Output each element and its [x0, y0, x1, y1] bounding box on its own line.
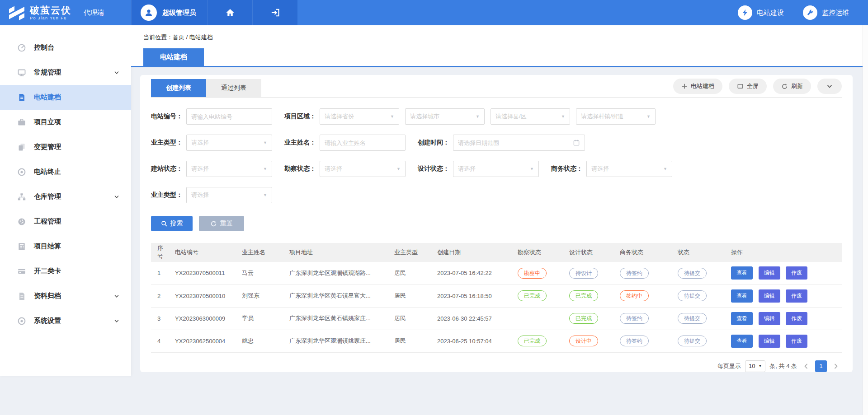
- plus-icon: [681, 83, 688, 89]
- void-button[interactable]: 作废: [786, 312, 807, 325]
- sidebar-item-data-archive[interactable]: 资料归档: [0, 284, 131, 308]
- edit-button[interactable]: 编辑: [759, 289, 780, 303]
- nav-monitor-ops[interactable]: 监控运维: [803, 0, 849, 25]
- view-button[interactable]: 查看: [731, 289, 753, 303]
- create-station-button[interactable]: 电站建档: [673, 79, 722, 94]
- date-range-input[interactable]: [458, 140, 573, 146]
- sidebar-item-system-settings[interactable]: 系统设置: [0, 308, 131, 333]
- void-button[interactable]: 作废: [786, 335, 807, 348]
- sidebar-item-change-mgmt[interactable]: 变更管理: [0, 135, 131, 159]
- user-menu[interactable]: 超级管理员: [131, 0, 207, 25]
- col-no: 序号: [151, 243, 171, 262]
- owner-type2-select[interactable]: 请选择 ▼: [186, 187, 272, 203]
- sidebar-item-project-settlement[interactable]: 项目结算: [0, 234, 131, 259]
- chevron-left-icon: [803, 363, 809, 369]
- sidebar: 控制台 常规管理 电站建档 项目立项: [0, 25, 131, 376]
- nav-monitor-ops-label: 监控运维: [822, 9, 849, 17]
- province-select[interactable]: 请选择省份 ▼: [320, 108, 399, 125]
- caret-down-icon: ▼: [646, 114, 651, 119]
- status-badge: 待签约: [620, 336, 649, 346]
- void-button[interactable]: 作废: [786, 289, 807, 303]
- town-select[interactable]: 请选择村镇/街道 ▼: [576, 108, 656, 125]
- owner-name-input[interactable]: [325, 140, 401, 146]
- view-button[interactable]: 查看: [731, 266, 753, 280]
- logout-button[interactable]: [252, 0, 297, 25]
- status-badge: 待签约: [620, 268, 649, 279]
- col-address: 项目地址: [286, 243, 391, 262]
- status-badge: 已完成: [569, 313, 598, 324]
- station-code-input[interactable]: [191, 113, 267, 120]
- next-page-button[interactable]: [831, 360, 841, 372]
- owner-type-select[interactable]: 请选择 ▼: [186, 135, 272, 151]
- edit-button[interactable]: 编辑: [759, 312, 780, 325]
- station-code-label: 电站编号：: [151, 112, 183, 121]
- wrench-icon: [803, 5, 817, 20]
- prev-page-button[interactable]: [801, 360, 811, 372]
- status-badge: 待提交: [678, 268, 707, 279]
- home-button[interactable]: [207, 0, 252, 25]
- per-page-label: 每页显示: [717, 362, 741, 370]
- station-table: 序号 电站编号 业主姓名 项目地址 业主类型 创建日期 勘察状态 设计状态 商务…: [151, 243, 842, 353]
- sidebar-item-station-archive[interactable]: 电站建档: [0, 85, 131, 110]
- page-tab-station-archive[interactable]: 电站建档: [143, 48, 204, 66]
- city-select[interactable]: 请选择城市 ▼: [405, 108, 485, 125]
- design-status-label: 设计状态：: [418, 165, 449, 173]
- collapse-toolbar-button[interactable]: [817, 79, 842, 94]
- filter-form: 电站编号： 项目区域： 请选择省份 ▼: [151, 98, 842, 231]
- status-badge: 待设计: [569, 268, 598, 279]
- refresh-button[interactable]: 刷新: [773, 79, 811, 94]
- sidebar-item-warehouse-mgmt[interactable]: 仓库管理: [0, 184, 131, 209]
- status-badge: 设计中: [569, 336, 598, 346]
- edit-button[interactable]: 编辑: [759, 266, 780, 280]
- edit-button[interactable]: 编辑: [759, 335, 780, 348]
- scrollbar[interactable]: [863, 25, 868, 415]
- caret-down-icon: ▼: [561, 114, 565, 119]
- chevron-down-icon: [114, 318, 119, 324]
- sidebar-item-project-initiation[interactable]: 项目立项: [0, 110, 131, 135]
- survey-status-select[interactable]: 请选择 ▼: [320, 161, 406, 177]
- sidebar-item-type2-card[interactable]: 开二类卡: [0, 259, 131, 284]
- caret-down-icon: ▼: [530, 167, 534, 171]
- calendar-icon: [573, 139, 580, 146]
- nav-station-build[interactable]: 电站建设: [738, 0, 784, 25]
- table-header-row: 序号 电站编号 业主姓名 项目地址 业主类型 创建日期 勘察状态 设计状态 商务…: [151, 243, 842, 262]
- void-button[interactable]: 作废: [786, 266, 807, 280]
- reset-button[interactable]: 重置: [199, 216, 244, 231]
- build-status-label: 建站状态：: [151, 165, 183, 173]
- col-type: 业主类型: [391, 243, 434, 262]
- caret-down-icon: ▼: [758, 364, 762, 368]
- view-button[interactable]: 查看: [731, 335, 753, 348]
- col-date: 创建日期: [434, 243, 514, 262]
- build-status-select[interactable]: 请选择 ▼: [186, 161, 272, 177]
- tab-passed-list[interactable]: 通过列表: [206, 79, 261, 97]
- home-icon: [226, 8, 235, 17]
- tab-create-list[interactable]: 创建列表: [151, 79, 206, 97]
- per-page-select[interactable]: 10 ▼: [745, 360, 765, 372]
- search-button[interactable]: 搜索: [151, 216, 193, 231]
- breadcrumb-home[interactable]: 首页: [173, 34, 184, 41]
- caret-down-icon: ▼: [263, 140, 267, 145]
- col-design: 设计状态: [566, 243, 616, 262]
- breadcrumb-separator: /: [184, 34, 189, 41]
- date-range-picker[interactable]: [453, 135, 585, 151]
- fullscreen-button[interactable]: 全屏: [729, 79, 767, 94]
- sidebar-item-engineering-mgmt[interactable]: 工程管理: [0, 209, 131, 234]
- page-number-button[interactable]: 1: [815, 360, 827, 372]
- business-status-select[interactable]: 请选择 ▼: [586, 161, 672, 177]
- col-owner: 业主姓名: [238, 243, 286, 262]
- logo[interactable]: 破茧云伏 Po Jian Yun Fu 代理端: [0, 0, 131, 25]
- nav-station-build-label: 电站建设: [757, 9, 784, 17]
- avatar: [141, 5, 157, 21]
- breadcrumb-prefix: 当前位置：: [143, 34, 173, 41]
- calculator-icon: [17, 242, 26, 251]
- design-status-select[interactable]: 请选择 ▼: [453, 161, 539, 177]
- sidebar-item-console[interactable]: 控制台: [0, 35, 131, 60]
- chevron-down-icon: [114, 294, 119, 299]
- refresh-icon: [781, 83, 788, 90]
- view-button[interactable]: 查看: [731, 312, 753, 325]
- card-icon: [17, 267, 26, 276]
- county-select[interactable]: 请选择县/区 ▼: [491, 108, 570, 125]
- reset-icon: [210, 220, 217, 227]
- sidebar-item-general-mgmt[interactable]: 常规管理: [0, 60, 131, 85]
- sidebar-item-station-termination[interactable]: 电站终止: [0, 159, 131, 184]
